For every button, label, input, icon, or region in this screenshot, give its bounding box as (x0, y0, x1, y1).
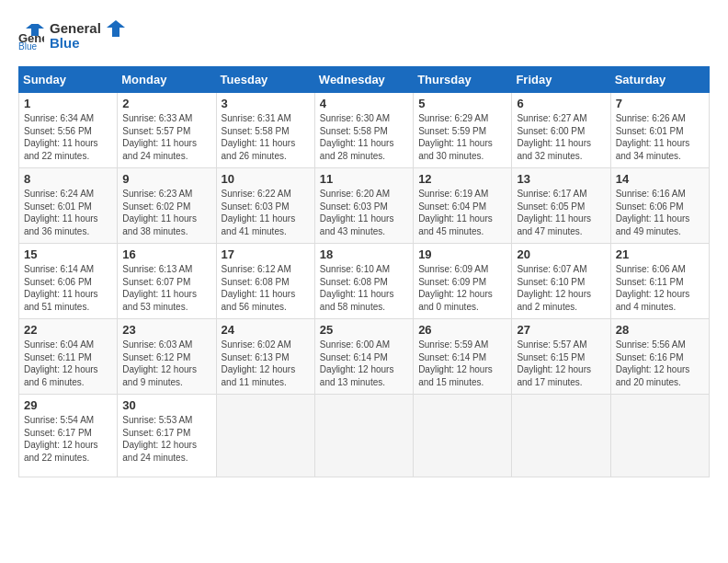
day-info: Sunrise: 6:09 AM Sunset: 6:09 PM Dayligh… (418, 263, 506, 313)
calendar-cell: 8Sunrise: 6:24 AM Sunset: 6:01 PM Daylig… (19, 168, 118, 244)
day-number: 26 (418, 323, 506, 337)
day-info: Sunrise: 6:34 AM Sunset: 5:56 PM Dayligh… (24, 112, 112, 162)
day-info: Sunrise: 6:22 AM Sunset: 6:03 PM Dayligh… (222, 188, 310, 237)
calendar-cell: 1Sunrise: 6:34 AM Sunset: 5:56 PM Daylig… (19, 93, 118, 168)
day-number: 1 (24, 97, 112, 110)
day-info: Sunrise: 5:56 AM Sunset: 6:16 PM Dayligh… (616, 339, 704, 388)
day-info: Sunrise: 6:00 AM Sunset: 6:14 PM Dayligh… (320, 339, 408, 388)
calendar-cell: 29Sunrise: 5:54 AM Sunset: 6:17 PM Dayli… (19, 395, 118, 477)
svg-text:General: General (50, 20, 101, 36)
calendar-table: SundayMondayTuesdayWednesdayThursdayFrid… (18, 66, 710, 477)
day-info: Sunrise: 6:17 AM Sunset: 6:05 PM Dayligh… (517, 188, 605, 237)
day-number: 25 (320, 323, 408, 337)
calendar-cell: 28Sunrise: 5:56 AM Sunset: 6:16 PM Dayli… (610, 319, 709, 395)
calendar-cell: 18Sunrise: 6:10 AM Sunset: 6:08 PM Dayli… (314, 244, 413, 319)
calendar-cell: 4Sunrise: 6:30 AM Sunset: 5:58 PM Daylig… (314, 93, 413, 168)
day-info: Sunrise: 6:06 AM Sunset: 6:11 PM Dayligh… (616, 263, 704, 313)
svg-text:Blue: Blue (18, 41, 37, 50)
day-info: Sunrise: 6:03 AM Sunset: 6:12 PM Dayligh… (122, 339, 210, 388)
day-info: Sunrise: 6:26 AM Sunset: 6:01 PM Dayligh… (616, 112, 704, 162)
calendar-cell: 21Sunrise: 6:06 AM Sunset: 6:11 PM Dayli… (610, 244, 709, 319)
svg-text:Blue: Blue (50, 35, 80, 51)
day-info: Sunrise: 5:54 AM Sunset: 6:17 PM Dayligh… (24, 414, 112, 464)
day-info: Sunrise: 6:31 AM Sunset: 5:58 PM Dayligh… (222, 112, 310, 162)
day-number: 24 (222, 323, 310, 337)
calendar-cell: 11Sunrise: 6:20 AM Sunset: 6:03 PM Dayli… (314, 168, 413, 244)
day-number: 22 (24, 323, 112, 337)
calendar-header-tuesday: Tuesday (216, 67, 314, 93)
calendar-header-row: SundayMondayTuesdayWednesdayThursdayFrid… (19, 67, 710, 93)
calendar-cell: 12Sunrise: 6:19 AM Sunset: 6:04 PM Dayli… (414, 168, 512, 244)
calendar-cell: 5Sunrise: 6:29 AM Sunset: 5:59 PM Daylig… (414, 93, 512, 168)
day-number: 16 (122, 247, 210, 261)
day-info: Sunrise: 5:53 AM Sunset: 6:17 PM Dayligh… (122, 414, 210, 464)
day-number: 27 (517, 323, 605, 337)
day-number: 6 (517, 97, 605, 110)
calendar-header-wednesday: Wednesday (314, 67, 413, 93)
day-info: Sunrise: 6:04 AM Sunset: 6:11 PM Dayligh… (24, 339, 112, 388)
day-info: Sunrise: 6:19 AM Sunset: 6:04 PM Dayligh… (418, 188, 506, 237)
calendar-cell: 10Sunrise: 6:22 AM Sunset: 6:03 PM Dayli… (216, 168, 314, 244)
calendar-cell: 25Sunrise: 6:00 AM Sunset: 6:14 PM Dayli… (314, 319, 413, 395)
calendar-cell: 26Sunrise: 5:59 AM Sunset: 6:14 PM Dayli… (414, 319, 512, 395)
calendar-cell (610, 395, 709, 477)
calendar-cell: 14Sunrise: 6:16 AM Sunset: 6:06 PM Dayli… (610, 168, 709, 244)
calendar-cell (314, 395, 413, 477)
logo-icon: General Blue (18, 24, 44, 50)
calendar-cell (512, 395, 610, 477)
calendar-cell (216, 395, 314, 477)
day-number: 5 (418, 97, 506, 110)
day-info: Sunrise: 6:02 AM Sunset: 6:13 PM Dayligh… (222, 339, 310, 388)
day-number: 11 (320, 172, 408, 186)
day-number: 19 (418, 247, 506, 261)
day-info: Sunrise: 5:57 AM Sunset: 6:15 PM Dayligh… (517, 339, 605, 388)
calendar-cell: 3Sunrise: 6:31 AM Sunset: 5:58 PM Daylig… (216, 93, 314, 168)
day-info: Sunrise: 6:29 AM Sunset: 5:59 PM Dayligh… (418, 112, 506, 162)
calendar-cell: 27Sunrise: 5:57 AM Sunset: 6:15 PM Dayli… (512, 319, 610, 395)
calendar-cell: 9Sunrise: 6:23 AM Sunset: 6:02 PM Daylig… (118, 168, 216, 244)
calendar-cell: 17Sunrise: 6:12 AM Sunset: 6:08 PM Dayli… (216, 244, 314, 319)
day-info: Sunrise: 6:12 AM Sunset: 6:08 PM Dayligh… (222, 263, 310, 313)
day-info: Sunrise: 5:59 AM Sunset: 6:14 PM Dayligh… (418, 339, 506, 388)
calendar-week-row: 8Sunrise: 6:24 AM Sunset: 6:01 PM Daylig… (19, 168, 710, 244)
day-number: 23 (122, 323, 210, 337)
calendar-cell (414, 395, 512, 477)
day-number: 8 (24, 172, 112, 186)
calendar-cell: 6Sunrise: 6:27 AM Sunset: 6:00 PM Daylig… (512, 93, 610, 168)
calendar-header-monday: Monday (118, 67, 216, 93)
calendar-header-sunday: Sunday (19, 67, 118, 93)
day-info: Sunrise: 6:30 AM Sunset: 5:58 PM Dayligh… (320, 112, 408, 162)
day-info: Sunrise: 6:07 AM Sunset: 6:10 PM Dayligh… (517, 263, 605, 313)
day-number: 15 (24, 247, 112, 261)
day-number: 7 (616, 97, 704, 110)
day-number: 3 (222, 97, 310, 110)
day-number: 2 (122, 97, 210, 110)
calendar-header-friday: Friday (512, 67, 610, 93)
day-number: 13 (517, 172, 605, 186)
calendar-week-row: 1Sunrise: 6:34 AM Sunset: 5:56 PM Daylig… (19, 93, 710, 168)
day-number: 10 (222, 172, 310, 186)
calendar-cell: 19Sunrise: 6:09 AM Sunset: 6:09 PM Dayli… (414, 244, 512, 319)
calendar-cell: 20Sunrise: 6:07 AM Sunset: 6:10 PM Dayli… (512, 244, 610, 319)
calendar-header-saturday: Saturday (610, 67, 709, 93)
day-number: 28 (616, 323, 704, 337)
day-number: 21 (616, 247, 704, 261)
day-info: Sunrise: 6:27 AM Sunset: 6:00 PM Dayligh… (517, 112, 605, 162)
day-info: Sunrise: 6:24 AM Sunset: 6:01 PM Dayligh… (24, 188, 112, 237)
svg-marker-5 (107, 20, 125, 37)
day-number: 29 (24, 398, 112, 412)
calendar-cell: 30Sunrise: 5:53 AM Sunset: 6:17 PM Dayli… (118, 395, 216, 477)
calendar-week-row: 29Sunrise: 5:54 AM Sunset: 6:17 PM Dayli… (19, 395, 710, 477)
header: General Blue General Blue (18, 18, 710, 55)
logo-svg: General Blue (50, 18, 132, 52)
calendar-cell: 23Sunrise: 6:03 AM Sunset: 6:12 PM Dayli… (118, 319, 216, 395)
calendar-cell: 15Sunrise: 6:14 AM Sunset: 6:06 PM Dayli… (19, 244, 118, 319)
calendar-cell: 22Sunrise: 6:04 AM Sunset: 6:11 PM Dayli… (19, 319, 118, 395)
day-number: 30 (122, 398, 210, 412)
day-number: 14 (616, 172, 704, 186)
day-info: Sunrise: 6:23 AM Sunset: 6:02 PM Dayligh… (122, 188, 210, 237)
calendar-cell: 24Sunrise: 6:02 AM Sunset: 6:13 PM Dayli… (216, 319, 314, 395)
day-info: Sunrise: 6:33 AM Sunset: 5:57 PM Dayligh… (122, 112, 210, 162)
day-info: Sunrise: 6:13 AM Sunset: 6:07 PM Dayligh… (122, 263, 210, 313)
calendar-cell: 2Sunrise: 6:33 AM Sunset: 5:57 PM Daylig… (118, 93, 216, 168)
